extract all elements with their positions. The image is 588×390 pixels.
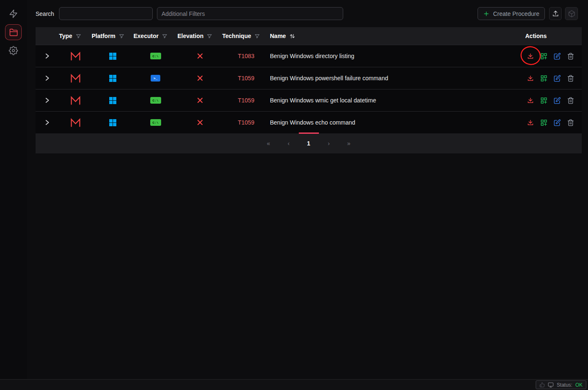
status-box: Status: OK <box>536 380 586 389</box>
create-procedure-label: Create Procedure <box>493 10 539 17</box>
mitre-type-icon <box>59 118 92 127</box>
first-page-button[interactable]: « <box>264 140 273 147</box>
column-header-name: Name <box>270 33 519 39</box>
add-to-chain-button[interactable] <box>540 97 547 104</box>
pagination: « ‹ 1 › » <box>36 133 582 153</box>
upload-button[interactable] <box>549 7 562 20</box>
package-button[interactable] <box>565 7 578 20</box>
procedures-table: Type Platform Executor Elevation Techniq… <box>36 27 582 153</box>
sidebar-item-library[interactable] <box>5 24 22 40</box>
table-row: >_ T1059 Benign Windows powershell failu… <box>36 67 582 89</box>
technique-id: T1059 <box>222 75 270 82</box>
sort-icon[interactable] <box>289 33 295 39</box>
page-number[interactable]: 1 <box>305 140 313 147</box>
plus-icon <box>483 10 490 17</box>
procedure-name: Benign Windows powershell failure comman… <box>270 75 519 82</box>
delete-button[interactable] <box>567 74 574 82</box>
windows-platform-icon <box>92 97 134 104</box>
delete-button[interactable] <box>567 52 574 60</box>
delete-button[interactable] <box>567 97 574 104</box>
mitre-type-icon <box>59 74 92 83</box>
cube-icon <box>568 10 575 18</box>
technique-id: T1059 <box>222 97 270 104</box>
column-header-type: Type <box>59 33 92 39</box>
table-row: C:\ T1059 Benign Windows wmic get local … <box>36 89 582 111</box>
download-button[interactable] <box>526 119 534 126</box>
filter-icon[interactable] <box>162 33 167 39</box>
add-to-chain-button[interactable] <box>540 119 547 126</box>
expand-row-button[interactable] <box>36 119 59 126</box>
status-label: Status: <box>557 382 572 388</box>
sidebar <box>0 0 27 390</box>
filter-icon[interactable] <box>207 33 212 39</box>
elevation-not-required-icon <box>177 120 222 125</box>
table-row: C:\ T1083 Benign Windows directory listi… <box>36 45 582 67</box>
mitre-type-icon <box>59 96 92 105</box>
mitre-type-icon <box>59 52 92 61</box>
technique-header-label: Technique <box>222 33 251 39</box>
sidebar-item-settings[interactable] <box>5 43 22 59</box>
cmd-executor-icon: C:\ <box>150 119 161 126</box>
gear-icon <box>9 46 18 55</box>
edit-button[interactable] <box>553 74 561 82</box>
elevation-not-required-icon <box>177 97 222 103</box>
procedure-name: Benign Windows echo command <box>270 119 519 126</box>
executor-header-label: Executor <box>134 33 159 39</box>
expand-row-button[interactable] <box>36 75 59 82</box>
add-to-chain-button[interactable] <box>540 74 547 82</box>
column-header-technique: Technique <box>222 33 270 39</box>
download-button[interactable] <box>526 52 534 60</box>
lightning-icon <box>9 9 18 18</box>
windows-platform-icon <box>92 119 134 126</box>
column-header-platform: Platform <box>92 33 134 39</box>
elevation-not-required-icon <box>177 75 222 81</box>
filter-icon[interactable] <box>76 33 81 39</box>
last-page-button[interactable]: » <box>345 140 353 147</box>
cmd-executor-icon: C:\ <box>150 97 161 104</box>
column-header-actions: Actions <box>519 33 582 39</box>
folder-icon <box>9 28 18 37</box>
edit-button[interactable] <box>553 119 561 126</box>
status-value: OK <box>575 382 583 388</box>
filter-icon[interactable] <box>254 33 260 39</box>
table-header-row: Type Platform Executor Elevation Techniq… <box>36 27 582 45</box>
windows-platform-icon <box>92 75 134 82</box>
type-header-label: Type <box>59 33 72 39</box>
cmd-executor-icon: C:\ <box>150 53 161 59</box>
elevation-header-label: Elevation <box>177 33 203 39</box>
elevation-not-required-icon <box>177 53 222 59</box>
thumbs-up-icon <box>539 382 545 387</box>
search-input[interactable] <box>59 7 153 20</box>
delete-button[interactable] <box>567 119 574 126</box>
next-page-button[interactable]: › <box>325 140 333 147</box>
additional-filters-input[interactable] <box>157 7 343 20</box>
search-label: Search <box>36 10 54 17</box>
powershell-executor-icon: >_ <box>151 75 160 82</box>
procedure-name: Benign Windows directory listing <box>270 53 519 59</box>
name-header-label: Name <box>270 33 286 39</box>
sidebar-item-operations[interactable] <box>5 6 22 22</box>
download-button[interactable] <box>526 74 534 82</box>
create-procedure-button[interactable]: Create Procedure <box>478 7 545 20</box>
filter-icon[interactable] <box>119 33 124 39</box>
previous-page-button[interactable]: ‹ <box>285 140 293 147</box>
active-page-indicator <box>299 133 319 134</box>
download-button[interactable] <box>526 97 534 104</box>
add-to-chain-button[interactable] <box>540 52 547 60</box>
technique-id: T1083 <box>222 53 270 59</box>
expand-row-button[interactable] <box>36 97 59 104</box>
column-header-executor: Executor <box>134 33 177 39</box>
table-row: C:\ T1059 Benign Windows echo command <box>36 111 582 133</box>
procedure-name: Benign Windows wmic get local datetime <box>270 97 519 104</box>
platform-header-label: Platform <box>92 33 116 39</box>
edit-button[interactable] <box>553 52 561 60</box>
column-header-elevation: Elevation <box>177 33 222 39</box>
monitor-icon <box>548 382 554 388</box>
windows-platform-icon <box>92 53 134 60</box>
technique-id: T1059 <box>222 119 270 126</box>
status-bar: Status: OK <box>0 379 588 390</box>
expand-row-button[interactable] <box>36 53 59 59</box>
edit-button[interactable] <box>553 97 561 104</box>
upload-icon <box>552 10 559 17</box>
